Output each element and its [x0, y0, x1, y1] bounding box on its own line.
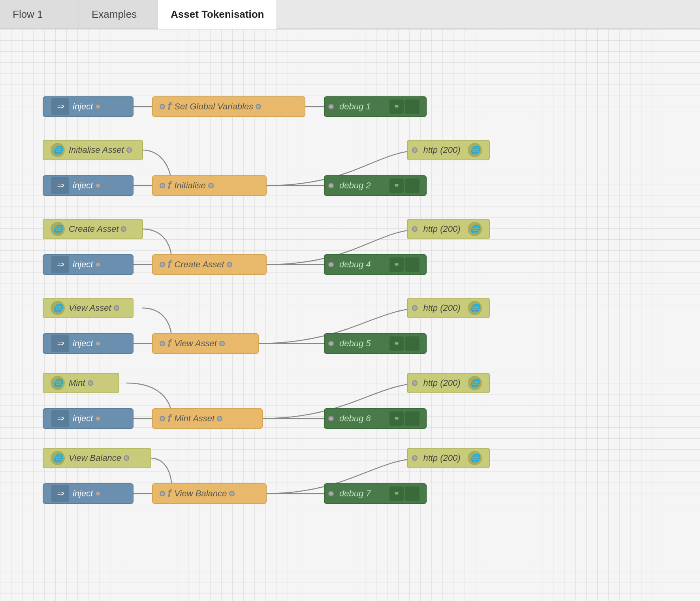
inject-node-row9[interactable]: ⇒ inject — [43, 408, 134, 429]
arrow-icon-row3: ⇒ — [56, 180, 64, 191]
debug-list-btn-row9[interactable]: ≡ — [390, 411, 404, 426]
globe-icon-resp-row4: 🌐 — [468, 222, 482, 236]
http-in-label-initialise: Initialise Asset — [69, 145, 124, 155]
func-in-row7 — [160, 341, 165, 346]
canvas: ⇒ inject f Set Global Variables debug 1 … — [0, 29, 700, 601]
function-node-row3[interactable]: f Initialise — [152, 175, 267, 196]
tab-asset-tokenisation[interactable]: Asset Tokenisation — [158, 0, 277, 29]
debug-list-btn-row7[interactable]: ≡ — [390, 336, 404, 351]
f-icon-row5: f — [167, 258, 171, 271]
debug-square-btn-row7[interactable] — [405, 336, 420, 351]
http-resp-node-row2[interactable]: http (200) 🌐 — [407, 140, 490, 160]
arrow-icon-row11: ⇒ — [56, 488, 64, 499]
function-label-row9: Mint Asset — [174, 413, 215, 424]
http-in-label-mint: Mint — [69, 378, 85, 388]
function-node-row7[interactable]: f View Asset — [152, 333, 259, 354]
http-in-node-viewasset[interactable]: 🌐 View Asset — [43, 298, 134, 318]
func-in-row5 — [160, 262, 165, 267]
function-label-row5: Create Asset — [174, 259, 224, 270]
inject-label-row3: inject — [73, 180, 93, 191]
debug-square-btn-row3[interactable] — [405, 178, 420, 193]
http-in-out-initialise — [126, 147, 132, 153]
debug-node-row11[interactable]: debug 7 ≡ — [324, 483, 427, 504]
arrow-icon-row7: ⇒ — [56, 338, 64, 349]
inject-button-row1[interactable]: ⇒ — [51, 98, 69, 115]
debug-list-btn-row1[interactable]: ≡ — [390, 100, 404, 114]
http-resp-label-row10: http (200) — [420, 453, 464, 463]
debug-square-btn-row9[interactable] — [405, 411, 420, 426]
debug-node-row1[interactable]: debug 1 ≡ — [324, 96, 427, 117]
debug-list-btn-row5[interactable]: ≡ — [390, 257, 404, 272]
http-in-node-initialise[interactable]: 🌐 Initialise Asset — [43, 140, 143, 160]
http-resp-in-row10 — [412, 455, 418, 461]
http-resp-label-row4: http (200) — [420, 224, 464, 234]
tab-flow1[interactable]: Flow 1 — [0, 0, 79, 28]
arrow-icon-row5: ⇒ — [56, 259, 64, 270]
inject-node-row5[interactable]: ⇒ inject — [43, 254, 134, 275]
debug-in-row9 — [328, 416, 334, 421]
function-label-row3: Initialise — [174, 180, 205, 191]
inject-node-row1[interactable]: ⇒ inject — [43, 96, 134, 117]
f-icon-row1: f — [167, 100, 171, 113]
debug-label-row1: debug 1 — [339, 101, 385, 112]
debug-label-row9: debug 6 — [339, 413, 385, 424]
inject-button-row7[interactable]: ⇒ — [51, 335, 69, 352]
http-in-node-mint[interactable]: 🌐 Mint — [43, 373, 119, 393]
inject-button-row5[interactable]: ⇒ — [51, 256, 69, 273]
function-node-row9[interactable]: f Mint Asset — [152, 408, 263, 429]
debug-square-btn-row5[interactable] — [405, 257, 420, 272]
inject-node-row3[interactable]: ⇒ inject — [43, 175, 134, 196]
inject-label-row7: inject — [73, 338, 93, 349]
debug-list-btn-row3[interactable]: ≡ — [390, 178, 404, 193]
func-out-row7 — [219, 341, 225, 346]
debug-square-btn-row1[interactable] — [405, 100, 420, 114]
inject-label-row9: inject — [73, 413, 93, 424]
http-in-node-create[interactable]: 🌐 Create Asset — [43, 219, 143, 239]
globe-icon-initialise: 🌐 — [51, 143, 65, 157]
function-node-row11[interactable]: f View Balance — [152, 483, 267, 504]
func-in-row3 — [160, 183, 165, 188]
func-out-row5 — [227, 262, 232, 267]
globe-icon-create: 🌐 — [51, 222, 65, 236]
inject-button-row3[interactable]: ⇒ — [51, 177, 69, 194]
inject-out-row7 — [95, 341, 101, 346]
inject-button-row9[interactable]: ⇒ — [51, 410, 69, 427]
debug-in-row3 — [328, 183, 334, 188]
inject-label-row11: inject — [73, 488, 93, 499]
http-resp-in-row2 — [412, 147, 418, 153]
http-in-label-create: Create Asset — [69, 224, 119, 234]
function-label-row7: View Asset — [174, 338, 217, 349]
http-resp-label-row8: http (200) — [420, 378, 464, 388]
debug-node-row5[interactable]: debug 4 ≡ — [324, 254, 427, 275]
debug-in-row5 — [328, 262, 334, 267]
http-in-out-create — [121, 226, 126, 232]
f-icon-row7: f — [167, 337, 171, 350]
function-node-row5[interactable]: f Create Asset — [152, 254, 267, 275]
inject-label-row5: inject — [73, 259, 93, 270]
inject-button-row11[interactable]: ⇒ — [51, 485, 69, 502]
http-in-node-viewbalance[interactable]: 🌐 View Balance — [43, 448, 151, 468]
debug-in-row7 — [328, 341, 334, 346]
inject-node-row7[interactable]: ⇒ inject — [43, 333, 134, 354]
debug-square-btn-row11[interactable] — [405, 486, 420, 501]
debug-node-row3[interactable]: debug 2 ≡ — [324, 175, 427, 196]
function-label-row11: View Balance — [174, 488, 227, 499]
function-node-row1[interactable]: f Set Global Variables — [152, 96, 305, 117]
debug-label-row3: debug 2 — [339, 180, 385, 191]
globe-icon-viewbalance: 🌐 — [51, 451, 65, 465]
http-resp-node-row6[interactable]: http (200) 🌐 — [407, 298, 490, 318]
globe-icon-resp-row10: 🌐 — [468, 451, 482, 465]
inject-node-row11[interactable]: ⇒ inject — [43, 483, 134, 504]
arrow-icon-row9: ⇒ — [56, 413, 64, 424]
http-in-out-viewasset — [114, 305, 119, 311]
http-in-label-viewasset: View Asset — [69, 303, 111, 313]
http-resp-node-row10[interactable]: http (200) 🌐 — [407, 448, 490, 468]
debug-node-row9[interactable]: debug 6 ≡ — [324, 408, 427, 429]
globe-icon-resp-row8: 🌐 — [468, 376, 482, 390]
http-resp-node-row8[interactable]: http (200) 🌐 — [407, 373, 490, 393]
debug-list-btn-row11[interactable]: ≡ — [390, 486, 404, 501]
debug-node-row7[interactable]: debug 5 ≡ — [324, 333, 427, 354]
f-icon-row9: f — [167, 412, 171, 425]
tab-examples[interactable]: Examples — [79, 0, 158, 28]
http-resp-node-row4[interactable]: http (200) 🌐 — [407, 219, 490, 239]
